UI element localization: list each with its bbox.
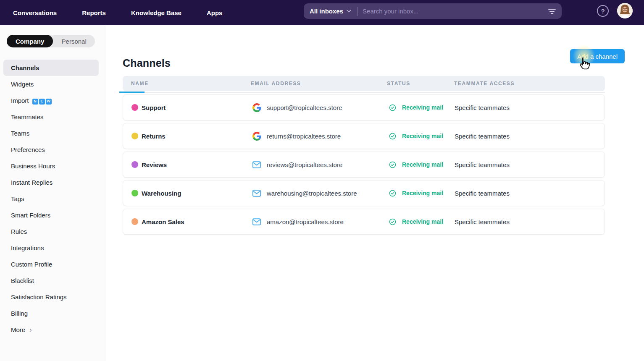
sidebar-item-business-hours[interactable]: Business Hours [0,158,106,174]
status-cell: Receiving mail [387,133,455,140]
envelope-icon [252,160,261,169]
sidebar-item-label: Widgets [11,81,34,88]
sidebar-item-tags[interactable]: Tags [0,191,106,207]
sidebar-item-billing[interactable]: Billing [0,305,106,322]
sidebar-item-blacklist[interactable]: Blacklist [0,272,106,289]
sidebar-item-label: Preferences [11,146,45,153]
channel-row-amazon-sales[interactable]: Amazon Salesamazon@tropicaltees.storeRec… [123,209,605,235]
name-cell: Support [123,104,251,111]
check-circle-icon [389,218,399,225]
envelope-icon [252,218,261,226]
sidebar-item-import[interactable]: ImportNEW [0,92,106,109]
status-text: Receiving mail [402,218,443,225]
sidebar-item-label: Rules [11,228,27,235]
inbox-search-bar[interactable]: All inboxes [304,3,562,19]
status-text: Receiving mail [402,133,443,139]
inbox-scope-dropdown[interactable]: All inboxes [310,8,351,15]
nav-item-reports[interactable]: Reports [82,9,106,16]
channel-name: Warehousing [142,190,181,197]
filter-icon[interactable] [548,8,556,14]
sidebar-item-teams[interactable]: Teams [0,125,106,141]
email-cell: reviews@tropicaltees.store [251,160,387,169]
check-circle-icon [389,161,396,168]
divider [357,7,357,16]
nav-item-conversations[interactable]: Conversations [13,9,57,16]
sidebar-item-teammates[interactable]: Teammates [0,109,106,125]
search-input[interactable] [363,8,545,15]
help-icon[interactable]: ? [597,5,609,17]
sidebar-item-label: Smart Folders [11,212,50,219]
channel-color-dot [131,133,138,139]
settings-sidebar: Company Personal ChannelsWidgetsImportNE… [0,25,106,361]
nav-item-apps[interactable]: Apps [207,9,223,16]
channel-row-warehousing[interactable]: Warehousingwarehousing@tropicaltees.stor… [123,180,605,206]
chevron-right-icon: › [29,326,32,333]
channel-color-dot [131,190,138,196]
sidebar-item-preferences[interactable]: Preferences [0,141,106,158]
channel-color-dot [131,218,138,225]
channel-row-returns[interactable]: Returnsreturns@tropicaltees.storeReceivi… [123,123,605,149]
inbox-scope-label: All inboxes [310,8,343,15]
check-circle-icon [389,218,396,225]
channel-name: Amazon Sales [142,218,184,225]
sidebar-item-smart-folders[interactable]: Smart Folders [0,207,106,223]
check-circle-icon [389,190,399,197]
sidebar-item-label: Business Hours [11,162,55,170]
sidebar-item-custom-profile[interactable]: Custom Profile [0,256,106,272]
name-cell: Reviews [123,161,251,168]
sidebar-item-more[interactable]: More› [0,322,106,338]
sidebar-item-label: Import [11,97,29,104]
email-address: warehousing@tropicaltees.store [267,190,357,197]
channel-row-reviews[interactable]: Reviewsreviews@tropicaltees.storeReceivi… [123,152,605,178]
question-mark: ? [601,8,605,15]
teammate-access-text: Specific teammates [455,161,510,168]
sidebar-item-rules[interactable]: Rules [0,223,106,240]
teammate-access-text: Specific teammates [455,218,510,225]
page-title: Channels [123,57,171,69]
sidebar-item-integrations[interactable]: Integrations [0,240,106,256]
channel-name: Reviews [142,161,167,168]
add-channel-button[interactable]: Add a channel [570,49,625,63]
status-cell: Receiving mail [387,161,455,168]
avatar[interactable] [617,3,633,18]
email-cell: amazon@tropicaltees.store [251,217,387,226]
check-circle-icon [389,104,396,111]
status-cell: Receiving mail [387,190,455,197]
channel-color-dot [131,161,138,168]
access-cell: Specific teammates [455,161,605,168]
access-cell: Specific teammates [455,133,605,140]
envelope-icon [252,188,261,198]
channel-row-support[interactable]: Supportsupport@tropicaltees.storeReceivi… [123,94,605,120]
status-cell: Receiving mail [387,104,455,111]
email-address: reviews@tropicaltees.store [267,161,342,168]
sidebar-item-label: Teammates [11,113,44,120]
email-address: support@tropicaltees.store [267,104,342,111]
envelope-icon [252,189,261,197]
sidebar-item-satisfaction-ratings[interactable]: Satisfaction Ratings [0,289,106,305]
sidebar-item-instant-replies[interactable]: Instant Replies [0,174,106,191]
check-circle-icon [389,104,399,111]
sidebar-item-label: Tags [11,195,24,202]
table-header: NAME EMAIL ADDRESS STATUS TEAMMATE ACCES… [123,76,605,91]
toggle-company[interactable]: Company [7,35,53,47]
sidebar-item-channels[interactable]: Channels [3,60,99,76]
channels-table: NAME EMAIL ADDRESS STATUS TEAMMATE ACCES… [123,76,605,237]
table-rows: Supportsupport@tropicaltees.storeReceivi… [123,94,605,235]
sidebar-item-label: Blacklist [11,277,34,284]
channel-color-dot [131,104,138,111]
envelope-icon [252,217,261,226]
nav-item-knowledge-base[interactable]: Knowledge Base [131,9,181,16]
sidebar-item-widgets[interactable]: Widgets [0,76,106,92]
toggle-personal[interactable]: Personal [53,35,95,47]
top-navigation-bar: Conversations Reports Knowledge Base App… [0,0,644,25]
column-status: STATUS [387,81,454,86]
sidebar-item-label: Channels [11,64,39,71]
sidebar-menu: ChannelsWidgetsImportNEWTeammatesTeamsPr… [0,60,106,338]
workspace-toggle: Company Personal [7,35,95,47]
sidebar-item-label: Custom Profile [11,261,52,268]
google-icon [252,131,261,141]
sidebar-item-label: Integrations [11,244,44,251]
primary-nav: Conversations Reports Knowledge Base App… [0,9,222,16]
teammate-access-text: Specific teammates [455,104,510,111]
sidebar-item-label: Instant Replies [11,179,53,186]
